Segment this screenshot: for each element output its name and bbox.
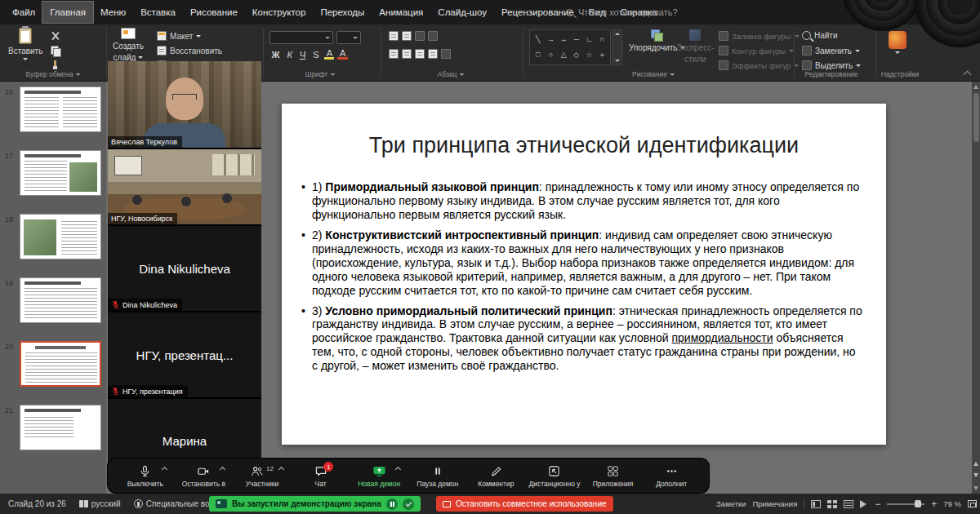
font-color-icon[interactable]: А	[337, 49, 347, 60]
addins-button[interactable]	[889, 31, 906, 54]
chevron-up-icon[interactable]	[396, 466, 401, 471]
underline-icon[interactable]: Ч	[297, 50, 307, 60]
previous-slide-icon[interactable]	[973, 462, 978, 466]
normal-view-icon[interactable]	[811, 500, 821, 508]
chevron-down-icon	[325, 37, 330, 39]
tab-file[interactable]: Файл	[5, 2, 42, 23]
zoom-out-icon[interactable]: −	[875, 500, 880, 508]
font-group-label[interactable]: Шрифт	[305, 70, 336, 78]
remote-control-button[interactable]: Дистанционно у	[525, 462, 584, 490]
zoom-slider[interactable]	[887, 503, 924, 505]
participant-tile[interactable]: Dina Nikulicheva Dina Nikulicheva	[108, 226, 261, 311]
fit-slide-to-window-icon[interactable]	[968, 500, 977, 507]
find-button[interactable]: Найти	[802, 31, 838, 40]
replace-button[interactable]: Заменить	[802, 46, 860, 55]
align-left-icon[interactable]	[389, 49, 399, 59]
participant-video-tile[interactable]: Вячеслав Теркулов	[108, 61, 261, 148]
shape-fill-button[interactable]: Заливка фигуры	[719, 31, 800, 41]
cut-button[interactable]	[51, 31, 60, 41]
text-highlight-icon[interactable]: А	[324, 49, 334, 60]
clipboard-group-label[interactable]: Буфер обмена	[26, 70, 81, 78]
italic-icon[interactable]: К	[285, 50, 294, 60]
tab-design[interactable]: Конструктор	[245, 2, 314, 23]
collapse-ribbon-icon[interactable]	[964, 70, 972, 77]
scroll-down-icon[interactable]	[973, 486, 978, 490]
font-name-select[interactable]	[270, 31, 333, 44]
reset-button[interactable]: Восстановить	[157, 46, 222, 55]
apps-button[interactable]: Приложения	[584, 462, 643, 490]
columns-icon[interactable]	[441, 49, 451, 59]
participants-button[interactable]: 12 Участники	[233, 462, 292, 490]
share-ok-icon[interactable]	[403, 498, 414, 510]
scrollbar-thumb[interactable]	[973, 93, 979, 142]
shapes-gallery-scroll[interactable]	[612, 29, 622, 65]
align-center-icon[interactable]	[402, 49, 412, 59]
canvas-scrollbar[interactable]	[972, 82, 980, 494]
current-slide[interactable]: Три принципа этнической идентификации 1)…	[282, 104, 886, 445]
tab-slideshow[interactable]: Слайд-шоу	[430, 2, 494, 23]
stop-video-button[interactable]: Остановить в	[175, 462, 234, 490]
mute-button[interactable]: Выключить	[116, 462, 175, 490]
language-button[interactable]: русский	[79, 499, 121, 508]
quick-styles-button[interactable]: Экспресс- стили	[676, 29, 715, 64]
slide-thumbnail-20-selected[interactable]	[20, 341, 101, 387]
shape-effects-button[interactable]: Эффекты фигур	[719, 60, 799, 70]
participant-tile[interactable]: НГУ, презентац... НГУ, презентация	[108, 312, 261, 397]
zoom-in-icon[interactable]: +	[931, 500, 937, 508]
tell-me-search[interactable]: Что вы хотите сделать?	[566, 0, 678, 24]
chevron-up-icon[interactable]	[220, 466, 225, 471]
reading-view-icon[interactable]	[844, 500, 853, 508]
scroll-up-icon[interactable]	[973, 85, 978, 89]
paragraph-group-label[interactable]: Абзац	[438, 70, 465, 78]
chevron-up-icon[interactable]	[163, 466, 167, 471]
shape-plus-icon: ＋	[599, 51, 606, 59]
pause-share-button[interactable]: Пауза демон	[408, 462, 467, 490]
next-slide-icon[interactable]	[973, 473, 978, 477]
text-shadow-icon[interactable]: S	[311, 50, 321, 60]
slide-body-text[interactable]: 1) Примордиальный языковой принцип: прин…	[301, 180, 863, 373]
slide-thumbnail-19[interactable]	[20, 277, 101, 323]
zoom-slider-thumb[interactable]	[915, 500, 921, 507]
slide-thumbnail-17[interactable]	[20, 150, 101, 196]
align-right-icon[interactable]	[415, 49, 425, 59]
bullets-icon[interactable]	[389, 31, 399, 41]
tab-home[interactable]: Главная	[42, 2, 93, 23]
slide-thumbnail-18[interactable]	[20, 214, 101, 259]
notes-button[interactable]: Заметки	[716, 499, 746, 508]
tab-menu[interactable]: Меню	[93, 2, 133, 23]
numbering-icon[interactable]	[402, 31, 412, 41]
new-share-button[interactable]: Новая демон	[350, 462, 408, 490]
more-button[interactable]: Дополнит	[642, 462, 701, 490]
format-painter-button[interactable]	[51, 60, 60, 70]
font-size-select[interactable]	[336, 31, 361, 44]
stop-share-button[interactable]: Остановить совместное использование	[436, 496, 613, 512]
chevron-up-icon[interactable]	[279, 466, 284, 471]
indent-increase-icon[interactable]	[428, 31, 438, 41]
comments-button[interactable]: Примечания	[752, 499, 797, 508]
indent-decrease-icon[interactable]	[415, 31, 425, 41]
tab-insert[interactable]: Вставка	[133, 2, 183, 23]
bold-icon[interactable]: Ж	[270, 50, 282, 60]
new-slide-button[interactable]: Создать слайд	[113, 28, 144, 62]
tab-animations[interactable]: Анимация	[372, 2, 430, 23]
layout-button[interactable]: Макет	[157, 31, 201, 41]
tab-transitions[interactable]: Переходы	[313, 2, 372, 23]
pause-share-icon[interactable]	[386, 498, 398, 510]
drawing-group-label[interactable]: Рисование	[632, 70, 675, 78]
zoom-percentage[interactable]: 79 %	[943, 499, 961, 508]
shape-outline-button[interactable]: Контур фигуры	[719, 46, 794, 55]
chat-button[interactable]: 1 Чат	[292, 462, 350, 490]
button-label: Комментир	[478, 480, 514, 488]
slide-title[interactable]: Три принципа этнической идентификации	[282, 133, 886, 158]
paste-button[interactable]: Вставить	[8, 28, 42, 60]
tab-draw[interactable]: Рисование	[183, 2, 245, 23]
annotate-button[interactable]: Комментир	[467, 462, 526, 490]
justify-icon[interactable]	[428, 49, 438, 59]
slide-sorter-view-icon[interactable]	[827, 500, 837, 508]
participant-video-tile[interactable]: НГУ, Новосибирск	[108, 149, 261, 224]
slide-thumbnail-16[interactable]	[20, 86, 101, 132]
shapes-gallery[interactable]: ╲ → ↔ ─ ∟ ∩ □ ○ △ ◇ ☆ ＋	[529, 29, 611, 65]
copy-button[interactable]	[51, 46, 60, 55]
slide-thumbnail-21[interactable]	[20, 405, 101, 450]
select-button[interactable]: Выделить	[802, 60, 861, 70]
